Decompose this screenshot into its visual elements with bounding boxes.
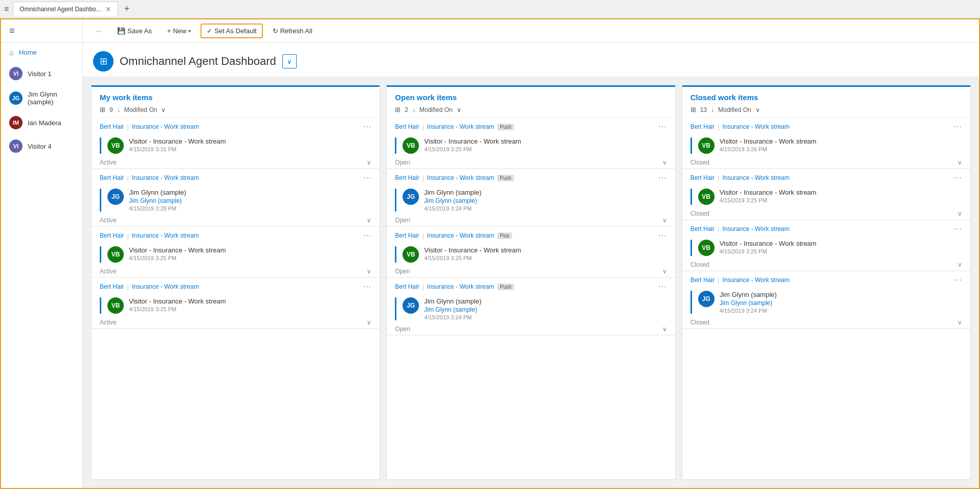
workstream-name[interactable]: Insurance - Work stream (427, 174, 494, 181)
agent-name[interactable]: Bert Hair (100, 123, 124, 130)
sort-arrow-my-work[interactable]: ∨ (161, 106, 166, 113)
workstream-name[interactable]: Insurance - Work stream (132, 123, 199, 130)
expand-button[interactable]: ∨ (367, 319, 371, 326)
item-context-menu[interactable]: ··· (954, 122, 962, 131)
item-context-menu[interactable]: ··· (363, 282, 371, 291)
item-title[interactable]: Visitor - Insurance - Work stream (424, 137, 666, 145)
workstream-name[interactable]: Insurance - Work stream (722, 123, 789, 130)
expand-button[interactable]: ∨ (957, 210, 962, 217)
item-title[interactable]: Visitor - Insurance - Work stream (129, 137, 371, 145)
sidebar-item-home[interactable]: ⌂ Home (1, 43, 82, 62)
sort-arrow-open-work[interactable]: ∨ (457, 106, 461, 113)
workstream-name[interactable]: Insurance - Work stream (427, 232, 494, 239)
workstream-name[interactable]: Insurance - Work stream (132, 174, 199, 181)
tab-close-icon[interactable]: ✕ (105, 5, 112, 13)
item-context-menu[interactable]: ··· (658, 122, 666, 131)
agent-name[interactable]: Bert Hair (395, 283, 419, 290)
agent-name[interactable]: Bert Hair (395, 174, 419, 181)
agent-name[interactable]: Bert Hair (691, 276, 715, 284)
expand-button[interactable]: ∨ (367, 268, 371, 275)
item-avatar: JG (107, 189, 124, 205)
refresh-all-button[interactable]: ↻ Refresh All (267, 24, 318, 38)
sidebar-jimglynn-label: Jim Glynn (sample) (28, 90, 74, 106)
workstream-name[interactable]: Insurance - Work stream (427, 283, 494, 290)
agent-name[interactable]: Bert Hair (100, 174, 124, 181)
expand-button[interactable]: ∨ (662, 159, 667, 166)
item-title[interactable]: Visitor - Insurance - Work stream (424, 246, 666, 254)
expand-button[interactable]: ∨ (957, 261, 962, 268)
browser-tab[interactable]: Omnichannel Agent Dashbo... ✕ (13, 2, 118, 16)
workstream-name[interactable]: Insurance - Work stream (722, 174, 789, 181)
item-subtitle[interactable]: Jim Glynn (sample) (129, 197, 371, 204)
agent-name[interactable]: Bert Hair (691, 225, 715, 232)
item-context-menu[interactable]: ··· (954, 275, 962, 285)
workstream-name[interactable]: Insurance - Work stream (722, 276, 789, 284)
sort-arrow-closed-work[interactable]: ∨ (755, 106, 760, 113)
tab-title: Omnichannel Agent Dashbo... (19, 6, 101, 13)
sort-down-icon-open-work[interactable]: ↓ (412, 106, 415, 113)
expand-button[interactable]: ∨ (662, 325, 667, 333)
item-title[interactable]: Jim Glynn (sample) (424, 189, 666, 196)
work-item: Bert Hair | Insurance - Work stream ···V… (92, 278, 380, 329)
new-tab-button[interactable]: + (122, 2, 132, 16)
item-title[interactable]: Visitor - Insurance - Work stream (720, 240, 962, 247)
item-title[interactable]: Jim Glynn (sample) (720, 291, 962, 298)
sidebar-item-visitor4[interactable]: VI Visitor 4 (1, 134, 82, 158)
work-item-header: Bert Hair | Insurance - Work stream ··· (92, 173, 380, 183)
item-status: Open (395, 268, 410, 275)
separator: | (127, 232, 128, 240)
expand-button[interactable]: ∨ (662, 268, 667, 275)
column-title-my-work: My work items (100, 93, 371, 102)
item-subtitle[interactable]: Jim Glynn (sample) (424, 306, 666, 313)
workstream-name[interactable]: Insurance - Work stream (427, 123, 494, 130)
sort-label-open-work[interactable]: Modified On (419, 106, 453, 113)
item-context-menu[interactable]: ··· (658, 231, 666, 240)
set-as-default-button[interactable]: ✓ Set As Default (201, 24, 262, 38)
expand-button[interactable]: ∨ (957, 159, 962, 166)
item-context-menu[interactable]: ··· (363, 231, 371, 240)
sort-label-closed-work[interactable]: Modified On (718, 106, 751, 113)
agent-name[interactable]: Bert Hair (691, 174, 715, 181)
sort-label-my-work[interactable]: Modified On (124, 106, 158, 113)
item-title[interactable]: Jim Glynn (sample) (129, 189, 371, 196)
item-subtitle[interactable]: Jim Glynn (sample) (720, 299, 962, 307)
column-items-open-work: Bert Hair | Insurance - Work stream Push… (387, 118, 675, 479)
new-button[interactable]: + New ▾ (162, 24, 197, 38)
item-context-menu[interactable]: ··· (363, 173, 371, 182)
item-context-menu[interactable]: ··· (658, 173, 666, 182)
page-dropdown-button[interactable]: ∨ (282, 54, 297, 68)
item-context-menu[interactable]: ··· (363, 122, 371, 131)
sidebar-item-jimglynn[interactable]: JG Jim Glynn (sample) (1, 85, 82, 111)
agent-name[interactable]: Bert Hair (395, 232, 419, 239)
item-title[interactable]: Visitor - Insurance - Work stream (129, 246, 371, 254)
agent-name[interactable]: Bert Hair (100, 283, 124, 290)
expand-button[interactable]: ∨ (957, 319, 962, 326)
sidebar-item-ianmadera[interactable]: IM Ian Madera (1, 111, 82, 134)
item-context-menu[interactable]: ··· (954, 173, 962, 182)
sort-down-icon-closed-work[interactable]: ↓ (711, 106, 714, 113)
sidebar-item-visitor1[interactable]: VI Visitor 1 (1, 62, 82, 85)
agent-name[interactable]: Bert Hair (691, 123, 715, 130)
item-context-menu[interactable]: ··· (954, 224, 962, 234)
save-as-button[interactable]: 💾 Save As (112, 24, 158, 38)
item-title[interactable]: Visitor - Insurance - Work stream (720, 189, 962, 196)
sort-down-icon-my-work[interactable]: ↓ (117, 106, 120, 113)
hamburger-icon[interactable]: ≡ (4, 5, 9, 14)
expand-button[interactable]: ∨ (367, 217, 371, 224)
agent-name[interactable]: Bert Hair (395, 123, 419, 130)
item-subtitle[interactable]: Jim Glynn (sample) (424, 197, 666, 204)
item-date: 4/15/2019 3:25 PM (424, 255, 666, 261)
workstream-name[interactable]: Insurance - Work stream (132, 283, 199, 290)
sidebar-menu-icon[interactable]: ≡ (1, 19, 82, 43)
item-context-menu[interactable]: ··· (658, 282, 666, 291)
workstream-name[interactable]: Insurance - Work stream (132, 232, 199, 239)
expand-button[interactable]: ∨ (662, 217, 667, 224)
item-title[interactable]: Visitor - Insurance - Work stream (720, 137, 962, 145)
expand-button[interactable]: ∨ (367, 159, 371, 166)
column-header-open-work: Open work items ⊞ 2 ↓ Modified On ∨ (387, 87, 675, 118)
item-title[interactable]: Visitor - Insurance - Work stream (129, 297, 371, 305)
workstream-name[interactable]: Insurance - Work stream (722, 225, 789, 232)
item-title[interactable]: Jim Glynn (sample) (424, 297, 666, 305)
agent-name[interactable]: Bert Hair (100, 232, 124, 239)
item-info: Jim Glynn (sample)Jim Glynn (sample)4/15… (129, 189, 371, 212)
